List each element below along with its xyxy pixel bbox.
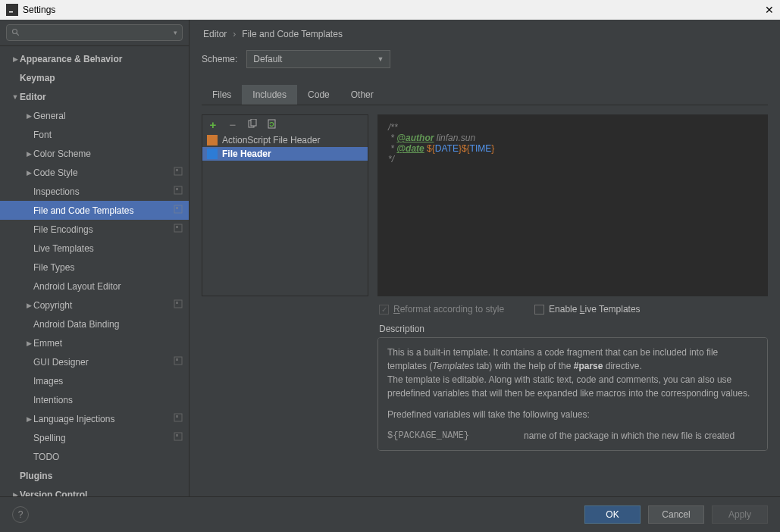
arrow-icon: ▶ — [11, 55, 20, 63]
svg-rect-21 — [251, 119, 256, 126]
scope-icon — [174, 224, 183, 235]
file-icon — [207, 135, 218, 146]
scope-icon — [174, 356, 183, 368]
arrow-icon: ▶ — [24, 150, 33, 158]
breadcrumb-editor[interactable]: Editor — [203, 29, 227, 39]
scope-icon — [174, 186, 183, 197]
arrow-icon: ▶ — [24, 112, 33, 120]
breadcrumb: Editor › File and Code Templates — [202, 29, 768, 39]
enable-live-templates-checkbox[interactable]: Enable Live Templates — [534, 304, 641, 315]
scheme-label: Scheme: — [202, 54, 237, 64]
svg-point-2 — [13, 30, 17, 34]
tab-includes[interactable]: Includes — [242, 85, 297, 105]
window-title: Settings — [23, 5, 55, 15]
tab-other[interactable]: Other — [340, 85, 384, 105]
svg-rect-1 — [9, 11, 13, 13]
sidebar-item-android-data-binding[interactable]: Android Data Binding — [0, 315, 189, 333]
close-icon[interactable]: ✕ — [765, 4, 774, 16]
add-icon[interactable]: + — [207, 118, 219, 130]
sidebar-item-language-injections[interactable]: ▶Language Injections — [0, 409, 189, 428]
arrow-icon: ▶ — [24, 340, 33, 347]
scope-icon — [174, 205, 183, 216]
sidebar-item-file-types[interactable]: File Types — [0, 258, 189, 277]
tab-code[interactable]: Code — [297, 85, 340, 105]
svg-rect-7 — [176, 188, 178, 190]
sidebar-item-general[interactable]: ▶General — [0, 106, 189, 125]
apply-button[interactable]: Apply — [712, 505, 768, 524]
sidebar-item-copyright[interactable]: ▶Copyright — [0, 296, 189, 315]
chevron-right-icon: › — [233, 29, 236, 39]
remove-icon[interactable]: − — [227, 118, 239, 130]
sidebar-item-gui-designer[interactable]: GUI Designer — [0, 352, 189, 371]
sidebar-item-todo[interactable]: TODO — [0, 447, 189, 466]
svg-rect-19 — [176, 434, 178, 437]
sidebar-item-editor[interactable]: ▼Editor — [0, 87, 189, 106]
sidebar-item-plugins[interactable]: Plugins — [0, 466, 189, 485]
sidebar: ▾ ▶Appearance & BehaviorKeymap▼Editor▶Ge… — [0, 20, 190, 496]
tab-files[interactable]: Files — [202, 85, 242, 105]
arrow-icon: ▶ — [24, 169, 33, 177]
svg-rect-11 — [176, 226, 178, 228]
svg-rect-5 — [176, 169, 178, 171]
scheme-select[interactable]: Default ▼ — [246, 50, 390, 68]
sidebar-item-font[interactable]: Font — [0, 125, 189, 144]
arrow-icon: ▼ — [11, 93, 20, 101]
sidebar-item-file-encodings[interactable]: File Encodings — [0, 220, 189, 239]
refresh-icon[interactable] — [266, 118, 278, 130]
scope-icon — [174, 432, 183, 443]
template-item-file-header[interactable]: File Header — [202, 147, 368, 161]
cancel-button[interactable]: Cancel — [648, 505, 704, 524]
help-icon[interactable]: ? — [12, 506, 29, 523]
search-icon — [11, 28, 20, 37]
reformat-checkbox: Reformat according to style — [379, 304, 504, 315]
breadcrumb-current: File and Code Templates — [242, 29, 343, 39]
sidebar-item-emmet[interactable]: ▶Emmet — [0, 333, 189, 352]
svg-rect-17 — [176, 415, 178, 418]
app-icon — [6, 4, 18, 16]
search-input[interactable]: ▾ — [6, 24, 183, 41]
sidebar-item-images[interactable]: Images — [0, 371, 189, 390]
svg-rect-22 — [268, 120, 275, 128]
arrow-icon: ▶ — [24, 302, 33, 309]
sidebar-item-spelling[interactable]: Spelling — [0, 428, 189, 447]
sidebar-item-inspections[interactable]: Inspections — [0, 182, 189, 201]
copy-icon[interactable] — [246, 118, 258, 130]
template-item-actionscript-file-header[interactable]: ActionScript File Header — [202, 133, 368, 147]
sidebar-item-android-layout-editor[interactable]: Android Layout Editor — [0, 277, 189, 296]
file-icon — [207, 149, 218, 159]
svg-line-3 — [17, 33, 19, 36]
svg-rect-15 — [176, 358, 178, 361]
scope-icon — [174, 167, 183, 178]
sidebar-item-intentions[interactable]: Intentions — [0, 390, 189, 409]
arrow-icon: ▶ — [11, 491, 20, 497]
svg-rect-9 — [176, 207, 178, 209]
sidebar-item-live-templates[interactable]: Live Templates — [0, 239, 189, 258]
sidebar-item-version-control[interactable]: ▶Version Control — [0, 485, 189, 496]
ok-button[interactable]: OK — [584, 505, 641, 524]
scope-icon — [174, 299, 183, 311]
svg-rect-13 — [176, 302, 178, 304]
sidebar-item-file-and-code-templates[interactable]: File and Code Templates — [0, 201, 189, 220]
sidebar-item-keymap[interactable]: Keymap — [0, 68, 189, 87]
arrow-icon: ▶ — [24, 415, 33, 423]
description-text[interactable]: This is a built-in template. It contains… — [377, 337, 768, 451]
sidebar-item-code-style[interactable]: ▶Code Style — [0, 163, 189, 182]
sidebar-item-color-scheme[interactable]: ▶Color Scheme — [0, 144, 189, 163]
scope-icon — [174, 413, 183, 424]
sidebar-item-appearance-behavior[interactable]: ▶Appearance & Behavior — [0, 49, 189, 68]
description-label: Description — [202, 322, 768, 337]
svg-rect-0 — [8, 5, 17, 14]
chevron-down-icon: ▼ — [377, 55, 384, 63]
titlebar: Settings ✕ — [0, 0, 780, 20]
chevron-down-icon[interactable]: ▾ — [174, 29, 177, 36]
code-editor[interactable]: /** * @author linfan.sun * @date ${DATE}… — [377, 114, 768, 296]
